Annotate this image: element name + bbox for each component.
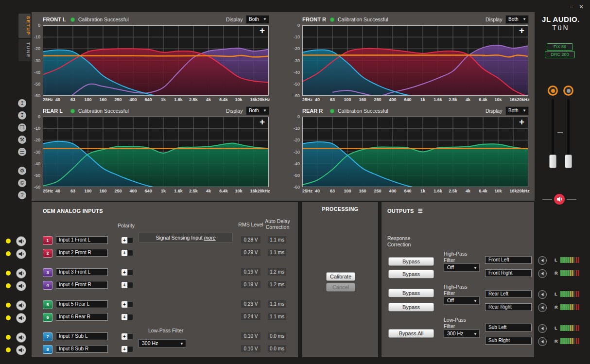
output-name-field-front-right[interactable]: Front Right <box>485 269 532 277</box>
display-dropdown[interactable]: Both▼ <box>505 106 529 115</box>
calibration-status-icon <box>330 109 334 113</box>
speaker-icon[interactable] <box>16 313 26 323</box>
input-name-field[interactable]: Input 2 Front R <box>56 249 108 257</box>
zoom-plus-icon[interactable]: + <box>519 26 524 35</box>
speaker-icon[interactable] <box>16 236 26 246</box>
monitor-speaker-icon[interactable] <box>538 337 547 346</box>
monitor-speaker-icon[interactable] <box>538 303 547 312</box>
polarity-toggle[interactable]: + <box>121 301 133 308</box>
polarity-plus-icon: + <box>121 282 127 288</box>
output-name-field-sub-right[interactable]: Sub Right <box>485 337 532 345</box>
input-row: 2 Input 2 Front R + 0.29 V 1.1 ms <box>32 249 298 258</box>
input-lowpass-dropdown[interactable]: 300 Hz▼ <box>139 339 186 347</box>
polarity-toggle[interactable]: + <box>121 250 133 256</box>
output-name-field-rear-right[interactable]: Rear Right <box>485 303 532 311</box>
calibration-status-icon <box>70 17 75 22</box>
meter-channel-label: L <box>555 257 559 263</box>
polarity-toggle[interactable]: + <box>121 282 133 288</box>
speaker-icon[interactable] <box>16 345 26 355</box>
left-level-knob[interactable] <box>548 86 558 96</box>
bypass-front-left-button[interactable]: Bypass <box>388 257 434 266</box>
app-window: { "window": {"minimize_label": "–", "clo… <box>0 0 590 364</box>
input-name-field[interactable]: Input 7 Sub L <box>56 332 108 340</box>
speaker-icon[interactable] <box>16 332 26 343</box>
input-name-field[interactable]: Input 4 Front R <box>56 281 108 289</box>
copy-icon[interactable]: ❐ <box>18 123 26 132</box>
zoom-plus-icon[interactable]: + <box>260 26 265 35</box>
monitor-speaker-icon[interactable] <box>538 290 547 299</box>
input-name-field[interactable]: Input 8 Sub R <box>56 345 108 353</box>
close-button[interactable]: ✕ <box>577 3 585 11</box>
display-label: Display <box>486 108 502 114</box>
rms-level-value: 0.19 V <box>241 281 260 288</box>
panel-title: OUTPUTS☰ <box>387 208 423 214</box>
zoom-plus-icon[interactable]: + <box>260 118 265 126</box>
upload-icon[interactable]: ↥ <box>18 99 26 107</box>
tab-setup[interactable]: SETUP <box>18 14 31 38</box>
signal-led <box>6 239 11 243</box>
meter-segments <box>560 304 579 310</box>
fix86-device-button[interactable]: FiX 86 <box>547 43 573 51</box>
zoom-plus-icon[interactable]: + <box>519 118 524 126</box>
polarity-toggle[interactable]: + <box>121 346 133 352</box>
output-lowpass-dropdown[interactable]: 300 Hz▼ <box>444 329 480 338</box>
list-icon[interactable]: ☰ <box>18 148 26 156</box>
input-name-field[interactable]: Input 5 Rear L <box>56 300 108 308</box>
calibrate-button[interactable]: Calibrate <box>326 272 355 281</box>
meter-segments <box>560 257 579 263</box>
settings-gear-icon[interactable]: ⚙ <box>18 167 26 175</box>
polarity-plus-icon: + <box>121 314 127 320</box>
x-axis-labels: 25Hz40631001602504006401k1.6k2.5k4k6.4k1… <box>302 97 528 103</box>
left-fader-handle[interactable] <box>549 155 556 168</box>
input-number-badge: 3 <box>43 268 52 277</box>
help-icon[interactable]: ? <box>18 191 26 199</box>
polarity-toggle[interactable]: + <box>121 269 133 276</box>
right-fader-handle[interactable] <box>565 155 572 168</box>
right-level-knob[interactable] <box>563 86 573 96</box>
monitor-speaker-icon[interactable] <box>538 256 547 265</box>
speaker-icon[interactable] <box>16 268 26 278</box>
bypass-rear-right-button[interactable]: Bypass <box>388 303 434 312</box>
tab-tune[interactable]: TUNE <box>18 39 31 61</box>
speaker-icon[interactable] <box>16 281 26 291</box>
output-name-field-front-left[interactable]: Front Left <box>485 256 532 264</box>
input-name-field[interactable]: Input 3 Front L <box>56 268 108 276</box>
polarity-toggle[interactable]: + <box>121 333 133 340</box>
display-dropdown[interactable]: Both▼ <box>505 15 529 24</box>
polarity-plus-icon: + <box>121 250 127 256</box>
bypass-all-button[interactable]: Bypass All <box>388 329 434 338</box>
display-dropdown[interactable]: Both▼ <box>246 15 269 24</box>
monitor-speaker-icon[interactable] <box>538 324 547 333</box>
input-number-badge: 8 <box>43 345 52 354</box>
polarity-toggle[interactable]: + <box>121 314 133 320</box>
bypass-front-right-button[interactable]: Bypass <box>388 270 434 278</box>
copyright-icon[interactable]: © <box>18 179 26 187</box>
drc200-device-button[interactable]: DRC 200 <box>545 51 575 58</box>
speaker-icon[interactable] <box>16 300 26 311</box>
highpass-front-dropdown[interactable]: Off▼ <box>444 263 480 272</box>
download-icon[interactable]: ↧ <box>18 111 26 120</box>
meter-segments <box>560 325 579 331</box>
delay-correction-value: 1.1 ms <box>268 236 286 243</box>
outputs-menu-icon[interactable]: ☰ <box>418 208 423 214</box>
highpass-rear-dropdown[interactable]: Off▼ <box>444 296 480 305</box>
rms-level-value: 0.10 V <box>241 332 260 340</box>
polarity-toggle[interactable]: + <box>121 237 133 243</box>
minimize-button[interactable]: – <box>568 3 575 11</box>
rms-level-value: 0.29 V <box>241 249 260 256</box>
display-dropdown[interactable]: Both▼ <box>246 106 269 115</box>
oem-analog-inputs-panel: OEM ANALOG INPUTS Polarity Signal Sensin… <box>32 202 298 357</box>
output-name-field-sub-left[interactable]: Sub Left <box>485 324 532 331</box>
speaker-icon[interactable] <box>16 249 26 259</box>
input-name-field[interactable]: Input 6 Rear R <box>56 313 108 321</box>
input-name-field[interactable]: Input 1 Front L <box>56 236 108 244</box>
delay-correction-value: 1.2 ms <box>268 281 286 288</box>
tools-icon[interactable]: ⚒ <box>18 136 26 144</box>
monitor-speaker-icon[interactable] <box>538 269 547 278</box>
bypass-rear-left-button[interactable]: Bypass <box>388 289 434 297</box>
chevron-down-icon: ▼ <box>522 107 526 115</box>
mute-button[interactable] <box>554 194 565 205</box>
cancel-button[interactable]: Cancel <box>326 283 355 292</box>
output-name-field-rear-left[interactable]: Rear Left <box>485 290 532 298</box>
meter-segments <box>560 270 579 276</box>
